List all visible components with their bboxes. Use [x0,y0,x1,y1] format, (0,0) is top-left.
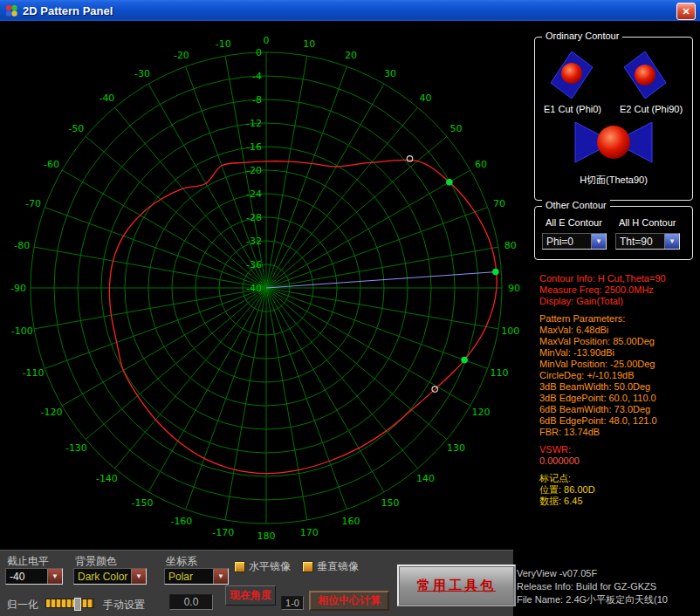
db-tick-label: -24 [246,188,262,200]
slider-thumb[interactable] [74,598,81,611]
angle-tick-label: -130 [65,442,87,454]
current-angle-input[interactable]: 1-0 [281,596,304,610]
param-line: FBR: 13.74dB [539,427,700,438]
db-tick-label: -28 [246,212,262,223]
horizontal-mirror-checkbox[interactable]: 水平镜像 [234,559,291,574]
cutoff-level-select[interactable]: -40 ▼ [5,568,63,585]
chevron-down-icon: ▼ [664,234,679,249]
background-color-select[interactable]: Dark Color ▼ [73,568,147,585]
angle-tick-label: 100 [501,325,519,337]
angle-tick-label: 120 [472,407,491,418]
normalize-value-input[interactable]: 0.0 [169,594,213,610]
db-tick-label: -36 [246,259,262,270]
normalize-slider[interactable] [45,599,94,608]
current-angle-label: 现在角度 [225,585,276,606]
vertical-mirror-checkbox[interactable]: 垂直镜像 [302,559,359,574]
param-line: 3dB EdgePoint: 60.0, 110.0 [539,393,700,404]
horizontal-mirror-label: 水平镜像 [249,559,291,574]
grid-spoke [266,288,447,440]
param-line: 6dB EdgePoint: 48.0, 121.0 [539,415,700,427]
title-bar: 2D Pattern Panel ✕ [0,0,700,21]
grid-spoke [86,288,266,440]
background-color-value: Dark Color [74,571,131,583]
angle-tick-label: 70 [493,198,505,209]
grid-spoke [86,136,266,288]
h-cut-icon[interactable] [573,116,654,172]
angle-tick-label: -80 [14,240,30,251]
angle-tick-label: -20 [174,50,189,61]
e2-cut-label: E2 Cut (Phi90) [612,104,690,114]
e-contour-select[interactable]: Phi=0 ▼ [542,233,607,250]
normalize-label: 归一化 [7,598,38,613]
e1-cut-label: E1 Cut (Phi0) [537,104,608,114]
angle-tick-label: -60 [44,159,59,170]
ordinary-contour-title: Ordinary Contour [542,31,622,41]
angle-tick-label: 160 [342,516,360,527]
angle-tick-label: -170 [212,527,234,538]
grid-spoke [266,288,418,469]
param-line: MaxVal: 6.48dBi [539,325,700,336]
angle-tick-label: 170 [300,527,319,538]
angle-tick-label: 130 [447,442,465,454]
angle-tick-label: 110 [490,367,508,379]
coordinate-system-value: Polar [165,571,213,583]
db-tick-label: -8 [252,94,262,106]
db-tick-label: -32 [246,236,262,247]
cutoff-level-label: 截止电平 [7,554,49,569]
param-line: 6dB BeamWidth: 73.0Deg [539,404,700,415]
coordinate-system-select[interactable]: Polar ▼ [164,568,229,585]
measure-freq-line: Measure Freq: 2500.0MHz [539,284,700,296]
marker-value: 数据: 6.45 [539,496,700,507]
marker-title: 标记点: [539,473,700,484]
release-info: Release Info: Build for GZ-GKZS [517,580,700,593]
angle-tick-label: -50 [68,123,84,134]
grid-spoke [114,288,266,469]
param-line: CircleDeg: +/-10.19dB [539,370,700,381]
angle-tick-label: 0 [264,35,270,46]
angle-tick-label: 140 [416,473,435,484]
ordinary-contour-group: Ordinary Contour [534,37,693,201]
toolbar: 截止电平 -40 ▼ 背景颜色 Dark Color ▼ 坐标系 Polar ▼… [0,550,513,616]
db-tick-label: -4 [252,71,262,82]
db-tick-label: 0 [256,47,262,58]
angle-tick-label: 60 [475,159,487,170]
other-contour-title: Other Contour [542,200,610,210]
grid-spoke [266,107,418,288]
angle-tick-label: -100 [11,325,33,337]
toolkit-button[interactable]: 常用工具包 [397,565,516,606]
checkbox-icon [302,561,313,572]
angle-tick-label: 50 [450,123,463,134]
grid-spoke [114,107,266,288]
manual-setting-label: 手动设置 [103,598,145,613]
phase-center-button[interactable]: 相位中心计算 [309,591,389,611]
db-tick-label: -12 [246,118,262,129]
angle-tick-label: 150 [381,497,400,509]
angle-tick-label: 180 [257,530,276,542]
angle-tick-label: -70 [25,198,41,209]
app-version: VeryView -v07.05F [517,567,700,580]
file-name: File Name: 2.4G小平板定向天线(10 [517,593,700,606]
display-line: Display: Gain(Total) [539,296,700,307]
edge-point-6db [407,156,412,161]
angle-tick-label: -90 [10,283,26,294]
app-window: 2D Pattern Panel ✕ -170-160-150-140-130-… [0,0,700,616]
angle-tick-label: 10 [303,38,315,50]
status-info: VeryView -v07.05F Release Info: Build fo… [517,567,700,606]
angle-marker-line [266,272,496,288]
angle-tick-label: 80 [504,240,517,251]
h-contour-select[interactable]: Tht=90 ▼ [615,233,680,250]
coordinate-system-label: 坐标系 [166,554,197,569]
angle-tick-label: -110 [23,367,45,379]
chevron-down-icon: ▼ [591,234,606,249]
marker-position: 位置: 86.00D [539,484,700,496]
angle-tick-label: -120 [41,407,63,418]
close-icon[interactable]: ✕ [676,3,696,20]
db-tick-label: -20 [246,165,262,176]
e1-cut-icon[interactable] [549,50,594,104]
param-line: MinVal Position: -25.00Deg [539,359,700,370]
angle-tick-label: -140 [96,473,118,484]
param-line: 3dB BeamWidth: 50.0Deg [539,381,700,393]
app-icon [4,3,18,17]
e2-cut-icon[interactable] [622,50,668,104]
angle-tick-label: 20 [345,50,357,61]
